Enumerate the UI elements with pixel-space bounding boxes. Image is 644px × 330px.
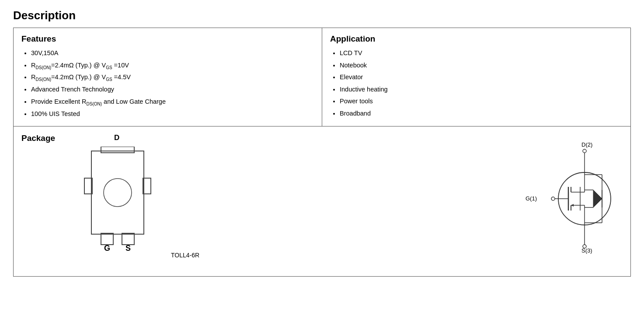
svg-point-6 bbox=[104, 179, 132, 207]
svg-text:S: S bbox=[125, 244, 131, 253]
svg-text:S(3): S(3) bbox=[581, 247, 592, 254]
feature-item: RDS(ON)=4.2mΩ (Typ.) @ VGS =4.5V bbox=[31, 71, 314, 84]
schematic-area: D(2) S(3) G(1) bbox=[517, 140, 613, 259]
svg-point-17 bbox=[551, 197, 555, 200]
svg-text:G(1): G(1) bbox=[526, 195, 537, 202]
svg-text:D(2): D(2) bbox=[581, 141, 592, 148]
feature-item: 100% UIS Tested bbox=[31, 108, 314, 120]
features-list: 30V,150A RDS(ON)=2.4mΩ (Typ.) @ VGS =10V… bbox=[21, 47, 314, 120]
features-header: Features bbox=[21, 34, 314, 44]
package-drawing: G S bbox=[78, 147, 166, 269]
application-item-inductive: Inductive heating bbox=[340, 84, 623, 96]
svg-point-10 bbox=[583, 149, 586, 153]
application-list: LCD TV Notebook Elevator Inductive heati… bbox=[330, 47, 623, 119]
application-column: Application LCD TV Notebook Elevator Ind… bbox=[322, 28, 630, 126]
svg-rect-3 bbox=[122, 233, 134, 245]
feature-item: RDS(ON)=2.4mΩ (Typ.) @ VGS =10V bbox=[31, 60, 314, 72]
application-item: Power tools bbox=[340, 95, 623, 108]
application-item: LCD TV bbox=[340, 47, 623, 60]
description-table: Features 30V,150A RDS(ON)=2.4mΩ (Typ.) @… bbox=[13, 28, 631, 277]
features-application-row: Features 30V,150A RDS(ON)=2.4mΩ (Typ.) @… bbox=[14, 28, 630, 126]
svg-text:G: G bbox=[104, 244, 110, 253]
svg-rect-2 bbox=[101, 233, 113, 245]
package-svg: G S bbox=[78, 147, 157, 260]
package-d-label: D bbox=[114, 133, 119, 142]
application-item: Elevator bbox=[340, 71, 623, 84]
svg-rect-1 bbox=[101, 147, 134, 153]
schematic-svg: D(2) S(3) G(1) bbox=[517, 140, 613, 258]
toll-label: TOLL4-6R bbox=[171, 252, 199, 259]
application-item: Notebook bbox=[340, 60, 623, 72]
feature-item-trench: Advanced Trench Technology bbox=[31, 84, 314, 96]
application-header: Application bbox=[330, 34, 623, 44]
page-title: Description bbox=[13, 9, 631, 22]
package-row: Package D G S bbox=[14, 126, 630, 276]
svg-rect-0 bbox=[91, 151, 144, 234]
package-header: Package bbox=[21, 133, 55, 143]
feature-item: Provide Excellent RDS(ON) and Low Gate C… bbox=[31, 96, 314, 108]
application-item-broadband: Broadband bbox=[340, 108, 623, 120]
features-column: Features 30V,150A RDS(ON)=2.4mΩ (Typ.) @… bbox=[14, 28, 322, 126]
feature-item: 30V,150A bbox=[31, 47, 314, 60]
svg-marker-30 bbox=[593, 190, 602, 207]
